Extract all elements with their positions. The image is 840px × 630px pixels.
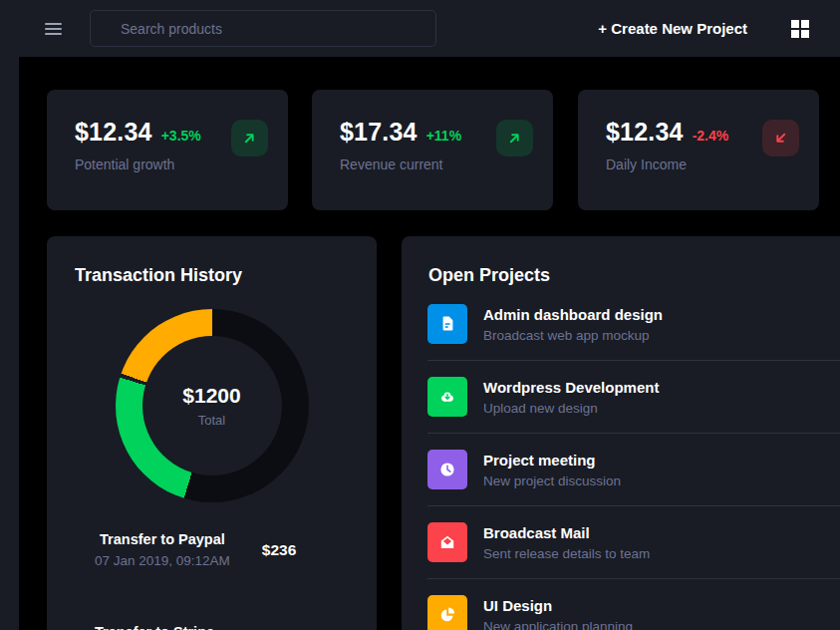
project-subtitle: Broadcast web app mockup xyxy=(483,328,663,343)
project-subtitle: New application planning xyxy=(483,619,633,630)
file-icon xyxy=(427,304,467,344)
stat-value: $17.34 xyxy=(340,117,418,147)
top-navbar: + Create New Project xyxy=(0,0,840,57)
clock-icon xyxy=(427,450,467,489)
cloud-download-icon xyxy=(427,377,467,417)
transaction-amount: $236 xyxy=(262,541,296,559)
open-projects-card: Open Projects Admin dashboard design Bro… xyxy=(402,236,840,630)
stat-delta: +3.5% xyxy=(161,128,201,144)
project-title: UI Design xyxy=(483,597,633,615)
donut-total-value: $1200 xyxy=(182,384,240,408)
transaction-date: 07 Jan 2019, 09:12AM xyxy=(95,553,230,568)
mail-open-icon xyxy=(427,522,467,562)
project-subtitle: Sent release details to team xyxy=(483,546,650,561)
project-row[interactable]: Wordpress Development Upload new design xyxy=(427,361,840,434)
stat-card-daily-income: $12.34 -2.4% Daily Income xyxy=(578,90,819,210)
open-projects-title: Open Projects xyxy=(428,264,840,286)
project-title: Project meeting xyxy=(483,452,621,470)
stat-card-revenue-current: $17.34 +11% Revenue current xyxy=(312,90,553,210)
project-row[interactable]: Admin dashboard design Broadcast web app… xyxy=(427,288,840,361)
transaction-history-title: Transaction History xyxy=(75,264,377,286)
project-row[interactable]: Project meeting New project discussion xyxy=(427,434,840,506)
transaction-history-card: Transaction History $1200 Total Transfer… xyxy=(47,236,377,630)
stat-label: Daily Income xyxy=(606,157,799,172)
apps-grid-icon[interactable] xyxy=(791,20,809,38)
transaction-row[interactable]: Transfer to Stripe xyxy=(47,624,377,630)
project-subtitle: Upload new design xyxy=(483,401,659,416)
project-title: Admin dashboard design xyxy=(483,306,663,324)
stat-value: $12.34 xyxy=(606,117,684,147)
search-input[interactable] xyxy=(90,10,436,47)
transaction-title: Transfer to Stripe xyxy=(95,624,214,630)
transaction-row[interactable]: Transfer to Paypal 07 Jan 2019, 09:12AM … xyxy=(47,531,377,568)
hamburger-menu-icon[interactable] xyxy=(45,23,62,35)
dashboard-page: + Create New Project $12.34 +3.5% Potent… xyxy=(0,0,840,630)
project-row[interactable]: Broadcast Mail Sent release details to t… xyxy=(427,506,840,579)
open-projects-list: Admin dashboard design Broadcast web app… xyxy=(402,288,840,630)
project-subtitle: New project discussion xyxy=(483,473,621,488)
pie-chart-icon xyxy=(427,595,467,630)
stat-delta: +11% xyxy=(426,128,461,144)
stat-value: $12.34 xyxy=(75,117,152,147)
trend-up-icon xyxy=(231,120,268,157)
trend-down-icon xyxy=(762,120,799,157)
transaction-title: Transfer to Paypal xyxy=(95,531,230,548)
project-row[interactable]: UI Design New application planning xyxy=(427,579,840,630)
donut-total-label: Total xyxy=(198,413,225,428)
stat-label: Potential growth xyxy=(75,157,268,172)
trend-up-icon xyxy=(496,120,533,157)
project-title: Wordpress Development xyxy=(483,379,659,397)
project-title: Broadcast Mail xyxy=(483,524,650,542)
stat-card-potential-growth: $12.34 +3.5% Potential growth xyxy=(47,90,288,210)
stat-label: Revenue current xyxy=(340,157,533,172)
create-new-project-button[interactable]: + Create New Project xyxy=(598,20,747,37)
donut-chart: $1200 Total xyxy=(116,309,309,502)
stat-delta: -2.4% xyxy=(693,128,729,144)
